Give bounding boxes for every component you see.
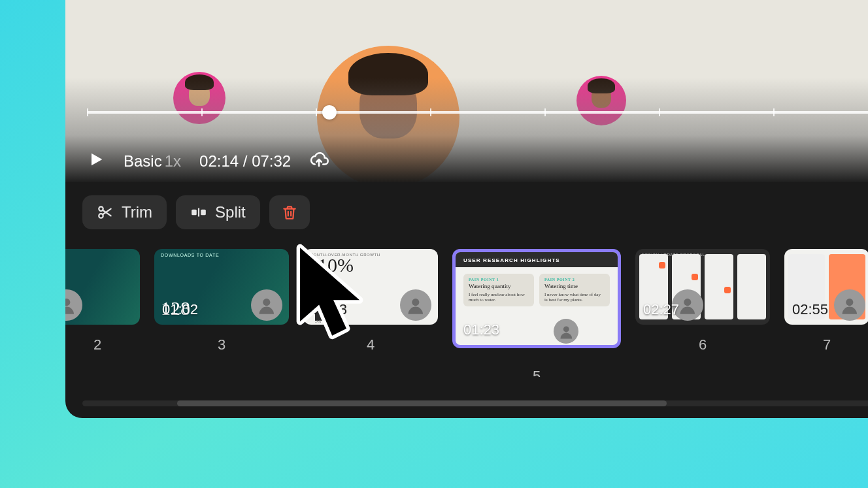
clip-duration: 01:23 [463,321,499,338]
slide-title: DOWNLOADS TO DATE [161,253,219,257]
clip-index: 2 [93,336,101,353]
svg-point-8 [563,326,569,332]
speed-label-text: Basic [124,152,162,170]
trim-button[interactable]: Trim [82,195,167,229]
clip-thumbnail-selected[interactable]: USER RESEARCH HIGHLIGHTS PAIN POINT 1 Wa… [452,249,621,377]
scrollbar-thumb[interactable] [177,400,667,406]
time-display: 02:14 / 07:32 [199,152,291,171]
clip-thumbnail[interactable]: 02:55 7 [784,249,868,353]
scissors-icon [97,204,114,221]
time-current: 02:14 [199,152,239,170]
clip-thumbnail[interactable]: DESIGN UPDATE PROPOSAL 02:27 6 [635,249,770,353]
trim-label: Trim [122,203,152,221]
split-button[interactable]: Split [176,195,260,229]
clip-thumbnail[interactable]: DOWNLOADS TO DATE 128 01:02 3 [154,249,289,353]
clip-duration: 00:53 [311,301,347,318]
clip-thumbnails: 2 DOWNLOADS TO DATE 128 01:02 3 MONTH-OV… [65,236,868,377]
split-icon [190,204,207,221]
speed-selector[interactable]: Basic1x [124,152,181,171]
svg-point-5 [65,299,71,306]
split-label: Split [215,203,246,221]
clip-index: 4 [367,336,375,353]
clip-duration: 02:27 [643,301,679,318]
clip-duration: 01:02 [162,301,198,318]
play-icon [87,150,105,169]
clip-index: 7 [823,336,831,353]
upload-button[interactable] [309,150,329,173]
playback-scrubber[interactable] [87,111,868,114]
svg-point-9 [684,299,691,306]
pain-point-card: PAIN POINT 2 Watering time I never know … [539,274,610,306]
scrubber-handle[interactable] [322,105,337,120]
slide-title: MONTH-OVER-MONTH GROWTH [310,253,380,257]
pain-point-card: PAIN POINT 1 Watering quantity I feel re… [463,274,534,306]
clip-index: 5 [533,368,541,377]
clip-toolbar: Trim Split [65,182,868,236]
video-editor-window: how much to water. of day is best for my… [65,0,868,418]
playback-controls: Basic1x 02:14 / 07:32 [87,150,329,173]
clip-thumbnail[interactable]: 2 [65,249,140,353]
slide-title: USER RESEARCH HIGHLIGHTS [456,252,618,267]
clip-index: 6 [699,336,707,353]
preview-pane: how much to water. of day is best for my… [65,0,868,182]
svg-point-7 [412,299,419,306]
cloud-upload-icon [309,150,329,169]
play-button[interactable] [87,150,105,172]
delete-button[interactable] [269,195,310,229]
svg-rect-2 [192,209,197,215]
thumbnail-scrollbar[interactable] [82,400,868,406]
svg-rect-4 [198,208,199,216]
clip-thumbnail[interactable]: MONTH-OVER-MONTH GROWTH -10% ALLALL JANF… [303,249,438,353]
speed-multiplier: 1x [165,152,181,170]
trash-icon [281,204,298,221]
svg-point-10 [846,299,853,306]
clip-index: 3 [218,336,225,353]
svg-point-6 [263,299,270,306]
svg-rect-3 [201,209,206,215]
time-total: 07:32 [252,152,291,170]
clip-duration: 02:55 [792,301,828,318]
